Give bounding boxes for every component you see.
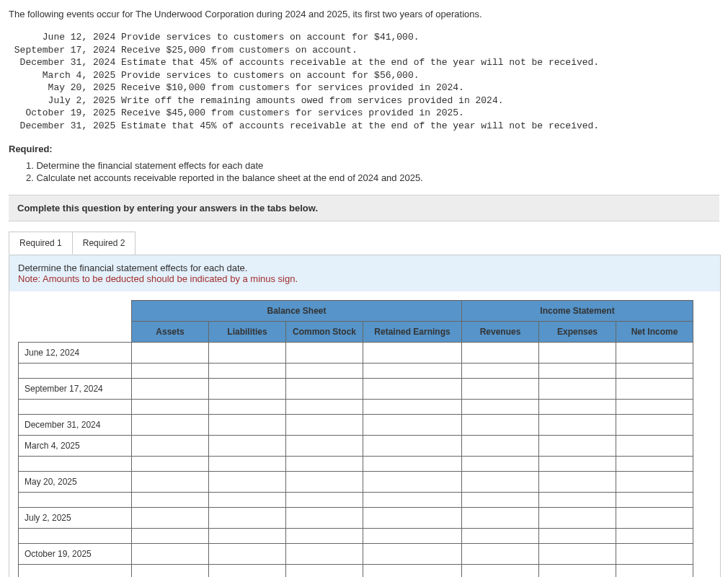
financial-statement-table: Balance Sheet Income Statement Assets Li…	[18, 300, 693, 577]
spacer-cell	[286, 364, 363, 379]
spacer-cell	[286, 457, 363, 472]
table-row-date: June 12, 2024	[19, 343, 132, 364]
table-input-cell[interactable]	[616, 436, 693, 457]
table-row-date: December 31, 2024	[19, 415, 132, 436]
table-input-cell[interactable]	[616, 472, 693, 493]
table-row-date: September 17, 2024	[19, 379, 132, 400]
spacer-cell	[616, 400, 693, 415]
table-input-cell[interactable]	[462, 472, 539, 493]
spacer-cell	[286, 493, 363, 508]
tab-required-2[interactable]: Required 2	[72, 232, 136, 255]
spacer-cell	[616, 493, 693, 508]
spacer-cell	[132, 457, 209, 472]
spacer-cell	[539, 529, 616, 544]
table-input-cell[interactable]	[209, 508, 286, 529]
tab-desc-text: Determine the financial statement effect…	[18, 263, 247, 273]
table-input-cell[interactable]	[209, 343, 286, 364]
spacer-cell	[19, 493, 132, 508]
spacer-cell	[363, 529, 462, 544]
table-row-date: October 19, 2025	[19, 544, 132, 565]
table-input-cell[interactable]	[539, 544, 616, 565]
spacer-cell	[132, 565, 209, 577]
table-input-cell[interactable]	[286, 415, 363, 436]
table-input-cell[interactable]	[462, 343, 539, 364]
spacer-cell	[132, 529, 209, 544]
spacer-cell	[209, 364, 286, 379]
required-item-2: 2. Calculate net accounts receivable rep…	[26, 172, 719, 183]
spacer-cell	[616, 457, 693, 472]
spacer-cell	[363, 493, 462, 508]
table-input-cell[interactable]	[616, 415, 693, 436]
col-common-stock: Common Stock	[286, 322, 363, 343]
spacer-cell	[616, 529, 693, 544]
col-liabilities: Liabilities	[209, 322, 286, 343]
table-input-cell[interactable]	[539, 472, 616, 493]
tab-note: Note: Amounts to be deducted should be i…	[18, 273, 298, 284]
events-list: June 12, 2024 Provide services to custom…	[9, 31, 719, 132]
table-input-cell[interactable]	[363, 436, 462, 457]
table-input-cell[interactable]	[462, 415, 539, 436]
spacer-cell	[286, 565, 363, 577]
table-input-cell[interactable]	[132, 379, 209, 400]
table-input-cell[interactable]	[616, 379, 693, 400]
spacer-cell	[539, 565, 616, 577]
table-input-cell[interactable]	[539, 379, 616, 400]
table-input-cell[interactable]	[539, 436, 616, 457]
table-input-cell[interactable]	[286, 436, 363, 457]
table-input-cell[interactable]	[616, 544, 693, 565]
spacer-cell	[539, 457, 616, 472]
tab-strip: Required 1 Required 2	[9, 232, 719, 255]
table-input-cell[interactable]	[209, 472, 286, 493]
table-input-cell[interactable]	[363, 415, 462, 436]
spacer-cell	[209, 400, 286, 415]
tab-required-1[interactable]: Required 1	[9, 232, 73, 255]
table-input-cell[interactable]	[286, 379, 363, 400]
table-input-cell[interactable]	[616, 508, 693, 529]
spacer-cell	[19, 364, 132, 379]
required-list: 1. Determine the financial statement eff…	[26, 160, 719, 183]
table-input-cell[interactable]	[286, 472, 363, 493]
header-balance-sheet: Balance Sheet	[132, 301, 462, 322]
col-assets: Assets	[132, 322, 209, 343]
table-input-cell[interactable]	[209, 415, 286, 436]
table-input-cell[interactable]	[132, 472, 209, 493]
table-input-cell[interactable]	[462, 436, 539, 457]
spacer-cell	[616, 565, 693, 577]
spacer-cell	[363, 364, 462, 379]
table-input-cell[interactable]	[462, 544, 539, 565]
table-input-cell[interactable]	[132, 508, 209, 529]
table-input-cell[interactable]	[132, 436, 209, 457]
table-input-cell[interactable]	[209, 436, 286, 457]
col-retained-earnings: Retained Earnings	[363, 322, 462, 343]
spacer-cell	[209, 457, 286, 472]
spacer-cell	[286, 400, 363, 415]
spacer-cell	[19, 565, 132, 577]
table-input-cell[interactable]	[286, 544, 363, 565]
spacer-cell	[462, 565, 539, 577]
spacer-cell	[363, 400, 462, 415]
spacer-cell	[539, 400, 616, 415]
table-input-cell[interactable]	[462, 508, 539, 529]
spacer-cell	[209, 565, 286, 577]
table-input-cell[interactable]	[209, 544, 286, 565]
table-row-date: July 2, 2025	[19, 508, 132, 529]
table-input-cell[interactable]	[363, 343, 462, 364]
table-input-cell[interactable]	[363, 544, 462, 565]
table-input-cell[interactable]	[462, 379, 539, 400]
spacer-cell	[19, 457, 132, 472]
table-input-cell[interactable]	[363, 472, 462, 493]
table-input-cell[interactable]	[539, 508, 616, 529]
table-input-cell[interactable]	[209, 379, 286, 400]
table-input-cell[interactable]	[132, 544, 209, 565]
table-input-cell[interactable]	[363, 379, 462, 400]
col-revenues: Revenues	[462, 322, 539, 343]
spacer-cell	[363, 457, 462, 472]
table-input-cell[interactable]	[286, 508, 363, 529]
table-input-cell[interactable]	[286, 343, 363, 364]
table-input-cell[interactable]	[363, 508, 462, 529]
table-input-cell[interactable]	[539, 343, 616, 364]
table-input-cell[interactable]	[616, 343, 693, 364]
table-input-cell[interactable]	[132, 415, 209, 436]
table-input-cell[interactable]	[132, 343, 209, 364]
table-input-cell[interactable]	[539, 415, 616, 436]
